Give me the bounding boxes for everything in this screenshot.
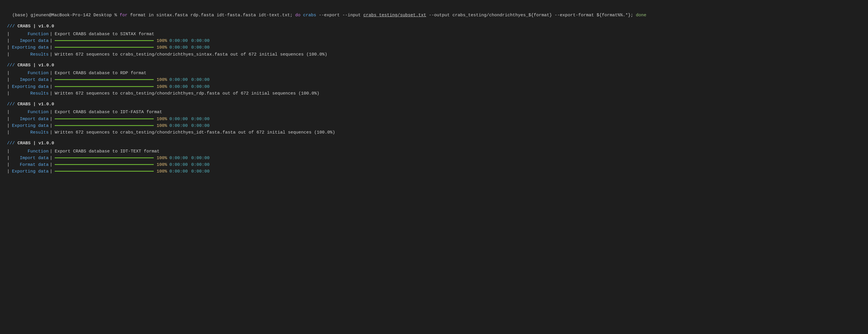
function-text: Export CRABS database to IDT-FASTA forma… [55,109,162,115]
output-blocks: /// CRABS | v1.0.0 | Function | Export C… [7,23,861,175]
crabs-label: CRABS | v1.0.0 [15,141,54,146]
input-path: crabs_testing/subset.txt [363,13,426,18]
section-header-2: /// CRABS | v1.0.0 [7,62,861,69]
log-row-2-2: | Results | Written 672 sequences to cra… [7,90,861,97]
pipe: | [7,90,10,97]
cmd-args: --export --input [316,13,363,18]
function-label: Function [11,109,49,115]
result-text: Written 672 sequences to crabs_testing/c… [55,90,319,97]
log-row-3-1: | Exporting data | 100% 0:00:00 0:00:00 [7,123,861,129]
pipe2: | [50,51,52,58]
pipe2: | [50,76,52,83]
row-label: Results [11,51,49,58]
pipe: | [7,155,10,162]
time1: 0:00:00 [169,84,188,90]
row-label: Format data [11,162,49,168]
progress-bar [55,47,154,48]
function-row-2: | Function | Export CRABS database to RD… [7,70,861,76]
pipe2: | [50,129,52,136]
log-row-2-1: | Exporting data | 100% 0:00:00 0:00:00 [7,84,861,90]
time1: 0:00:00 [169,168,188,175]
section-header-1: /// CRABS | v1.0.0 [7,23,861,30]
pipe: | [7,37,10,44]
time2: 0:00:00 [191,168,210,175]
slash-icon: /// [7,24,15,29]
function-label: Function [11,31,49,37]
pipe2: | [50,44,52,51]
pipe2: | [50,123,52,129]
slash-icon: /// [7,141,15,146]
progress-bar [55,40,154,41]
percentage: 100% [157,84,167,90]
row-label: Import data [11,155,49,162]
result-text: Written 672 sequences to crabs_testing/c… [55,129,335,136]
pipe2: | [50,90,52,97]
pipe: | [7,51,10,58]
command-line: (base) gjeunen@MacBook-Pro-142 Desktop %… [7,5,861,19]
percentage: 100% [157,76,167,83]
row-label: Exporting data [11,123,49,129]
pipe: | [7,84,10,90]
pipe2: | [50,70,52,76]
time2: 0:00:00 [191,116,210,123]
pipe2: | [50,162,52,168]
time1: 0:00:00 [169,44,188,51]
pipe2: | [50,116,52,123]
function-text: Export CRABS database to IDT-TEXT format [55,148,159,155]
time1: 0:00:00 [169,76,188,83]
log-row-1-2: | Results | Written 672 sequences to cra… [7,51,861,58]
time1: 0:00:00 [169,162,188,168]
pipe2: | [50,168,52,175]
pipe: | [7,162,10,168]
time1: 0:00:00 [169,123,188,129]
progress-bar [55,171,154,172]
pipe2: | [50,109,52,115]
pipe: | [7,168,10,175]
log-row-1-1: | Exporting data | 100% 0:00:00 0:00:00 [7,44,861,51]
row-label: Exporting data [11,168,49,175]
pipe2: | [50,155,52,162]
crabs-label: CRABS | v1.0.0 [15,102,54,107]
pipe: | [7,70,10,76]
pipe2: | [50,37,52,44]
slash-icon: /// [7,102,15,107]
row-label: Import data [11,37,49,44]
percentage: 100% [157,162,167,168]
pipe: | [7,129,10,136]
row-label: Import data [11,76,49,83]
pipe2: | [50,148,52,155]
log-row-2-0: | Import data | 100% 0:00:00 0:00:00 [7,76,861,83]
time2: 0:00:00 [191,37,210,44]
log-row-1-0: | Import data | 100% 0:00:00 0:00:00 [7,37,861,44]
percentage: 100% [157,123,167,129]
pipe: | [7,76,10,83]
log-row-4-2: | Exporting data | 100% 0:00:00 0:00:00 [7,168,861,175]
crabs-label: CRABS | v1.0.0 [15,63,54,68]
pipe: | [7,116,10,123]
time2: 0:00:00 [191,44,210,51]
time2: 0:00:00 [191,76,210,83]
progress-bar [55,157,154,158]
function-text: Export CRABS database to SINTAX format [55,31,154,37]
percentage: 100% [157,44,167,51]
progress-bar [55,119,154,119]
percentage: 100% [157,155,167,162]
function-row-1: | Function | Export CRABS database to SI… [7,31,861,37]
time2: 0:00:00 [191,123,210,129]
row-label: Exporting data [11,44,49,51]
function-text: Export CRABS database to RDP format [55,70,147,76]
percentage: 100% [157,116,167,123]
progress-bar [55,125,154,126]
crabs-label: CRABS | v1.0.0 [15,24,54,29]
row-label: Results [11,129,49,136]
function-label: Function [11,70,49,76]
function-row-3: | Function | Export CRABS database to ID… [7,109,861,115]
percentage: 100% [157,168,167,175]
crabs-cmd: crabs [300,13,316,18]
prompt: (base) gjeunen@MacBook-Pro-142 Desktop % [12,13,120,18]
percentage: 100% [157,37,167,44]
section-header-4: /// CRABS | v1.0.0 [7,140,861,147]
progress-bar [55,164,154,165]
function-label: Function [11,148,49,155]
pipe: | [7,123,10,129]
